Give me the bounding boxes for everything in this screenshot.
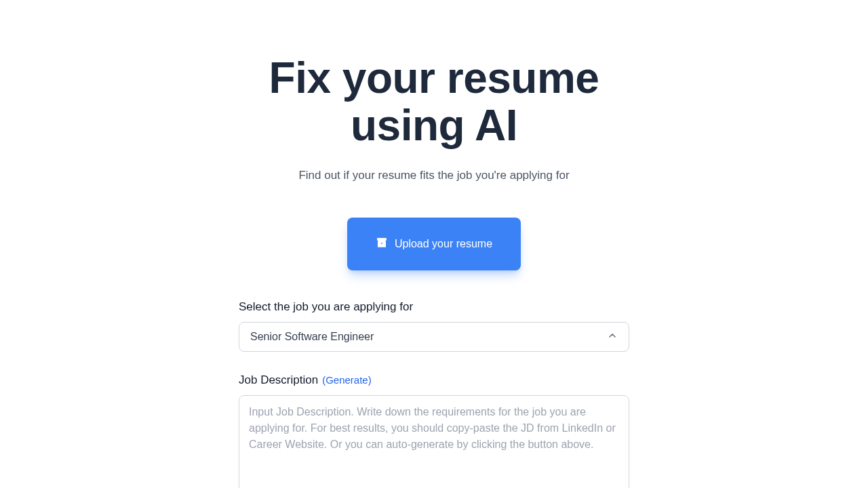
svg-rect-0 <box>377 238 387 241</box>
job-select-dropdown[interactable]: Senior Software Engineer <box>239 322 629 352</box>
page-subtitle: Find out if your resume fits the job you… <box>239 169 629 182</box>
job-description-textarea[interactable] <box>239 395 629 488</box>
jd-label-row: Job Description (Generate) <box>239 373 629 387</box>
job-description-group: Job Description (Generate) <box>239 373 629 488</box>
job-description-label: Job Description <box>239 373 318 387</box>
job-select-label: Select the job you are applying for <box>239 300 629 314</box>
upload-button-label: Upload your resume <box>395 238 492 250</box>
generate-link[interactable]: (Generate) <box>322 374 372 386</box>
archive-icon <box>376 237 388 251</box>
job-select-group: Select the job you are applying for Seni… <box>239 300 629 352</box>
chevron-up-icon <box>607 330 618 344</box>
job-select-value: Senior Software Engineer <box>250 331 374 343</box>
upload-resume-button[interactable]: Upload your resume <box>347 218 521 270</box>
page-title: Fix your resume using AI <box>239 54 629 150</box>
main-container: Fix your resume using AI Find out if you… <box>239 0 629 488</box>
upload-wrapper: Upload your resume <box>239 218 629 270</box>
